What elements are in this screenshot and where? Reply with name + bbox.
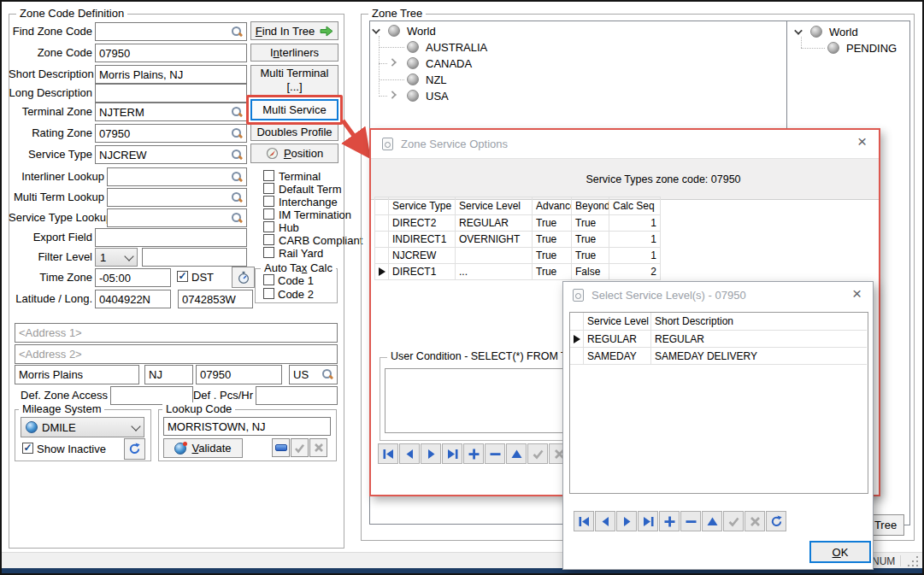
- dst-checkbox[interactable]: ✓: [177, 271, 188, 282]
- time-zone-clock-button[interactable]: [232, 267, 255, 288]
- multi-terminal-button[interactable]: Multi Terminal [...]: [250, 65, 338, 96]
- nav-cancel-button[interactable]: [744, 511, 765, 531]
- mileage-system-dropdown[interactable]: DMILE: [21, 417, 144, 437]
- dialog-titlebar[interactable]: Zone Service Options: [371, 130, 879, 158]
- search-icon[interactable]: [321, 368, 333, 380]
- interchange-checkbox[interactable]: [263, 196, 274, 207]
- ok-button[interactable]: OK: [809, 541, 871, 563]
- lookup-accept-button[interactable]: [291, 438, 309, 457]
- application-window: Zone Code Definition Find Zone Code Zone…: [0, 0, 924, 575]
- close-icon[interactable]: ×: [857, 133, 867, 150]
- table-row[interactable]: INDIRECT1 OVERNIGHT True True 1: [375, 232, 661, 248]
- interliner-lookup-input[interactable]: [107, 167, 247, 186]
- mileage-refresh-button[interactable]: [124, 438, 145, 460]
- tax-code1-checkbox[interactable]: [263, 274, 274, 285]
- nav-next-button[interactable]: [616, 511, 637, 531]
- search-icon[interactable]: [231, 171, 243, 183]
- nav-edit-button[interactable]: [702, 511, 722, 531]
- rating-zone-input[interactable]: 07950: [95, 124, 247, 143]
- interliners-button[interactable]: Interliners: [250, 44, 338, 62]
- country-input[interactable]: US: [289, 365, 338, 384]
- search-icon[interactable]: [231, 191, 243, 203]
- nav-refresh-button[interactable]: [766, 511, 786, 531]
- carb-compliant-label: CARB Compliant: [279, 234, 362, 247]
- lookup-edit-button[interactable]: [272, 438, 290, 457]
- find-in-tree-button[interactable]: Find In Tree: [250, 21, 338, 40]
- lookup-code-input[interactable]: MORRISTOWN, NJ: [163, 417, 331, 436]
- nav-last-button[interactable]: [442, 443, 462, 464]
- compass-icon: [266, 147, 279, 160]
- table-row[interactable]: SAMEDAY SAMEDAY DELIVERY: [570, 348, 868, 365]
- state-input[interactable]: NJ: [144, 365, 193, 384]
- filter-level-value-input[interactable]: [142, 248, 247, 267]
- default-term-checkbox[interactable]: [263, 183, 274, 194]
- multi-term-lookup-label: Multi Term Lookup: [9, 191, 104, 203]
- service-levels-grid-panel: Service Level Short Description REGULAR …: [569, 312, 868, 494]
- export-field-label: Export Field: [9, 231, 92, 243]
- chevron-down-icon: [131, 421, 140, 431]
- doubles-profile-button[interactable]: Doubles Profile: [250, 123, 338, 141]
- nav-delete-button[interactable]: [485, 443, 505, 464]
- lookup-cancel-button[interactable]: [309, 438, 327, 457]
- globe-validate-icon: [174, 443, 186, 455]
- nav-last-button[interactable]: [638, 511, 658, 531]
- dialog-titlebar[interactable]: Select Service Level(s) - 07950: [563, 282, 873, 308]
- nav-delete-button[interactable]: [680, 511, 701, 531]
- table-row-current[interactable]: REGULAR REGULAR: [570, 331, 868, 348]
- table-row-current[interactable]: DIRECT1 ... True False 2: [375, 264, 661, 280]
- nav-first-button[interactable]: [378, 443, 398, 464]
- filter-level-dropdown[interactable]: 1: [95, 248, 138, 267]
- city-input[interactable]: Morris Plains: [15, 365, 139, 384]
- service-type-input[interactable]: NJCREW: [95, 145, 247, 164]
- close-icon[interactable]: ×: [852, 285, 862, 302]
- short-description-input[interactable]: Morris Plains, NJ: [95, 65, 247, 84]
- address1-input[interactable]: <Address 1>: [15, 323, 338, 343]
- nav-edit-button[interactable]: [506, 443, 527, 464]
- nav-next-button[interactable]: [421, 443, 441, 464]
- nav-insert-button[interactable]: [659, 511, 680, 531]
- show-inactive-checkbox[interactable]: ✓: [22, 443, 33, 454]
- resize-grip[interactable]: [908, 556, 919, 567]
- window-icon: [573, 289, 584, 302]
- search-icon[interactable]: [231, 106, 243, 118]
- nav-prior-button[interactable]: [595, 511, 615, 531]
- nav-post-button[interactable]: [527, 443, 548, 464]
- check-icon: [294, 443, 305, 454]
- tax-code2-checkbox[interactable]: [263, 288, 274, 299]
- export-field-input[interactable]: [95, 228, 247, 247]
- latitude-long-label: Latitude / Long.: [9, 292, 92, 305]
- search-icon[interactable]: [231, 127, 243, 139]
- validate-button[interactable]: Validate: [163, 438, 243, 458]
- search-icon[interactable]: [231, 149, 243, 161]
- multi-term-lookup-input[interactable]: [107, 188, 247, 207]
- carb-compliant-checkbox[interactable]: [263, 234, 274, 245]
- rail-yard-checkbox[interactable]: [263, 247, 274, 258]
- position-button[interactable]: Position: [250, 144, 338, 163]
- search-icon[interactable]: [231, 26, 243, 38]
- find-zone-code-input[interactable]: [95, 22, 247, 41]
- latitude-input[interactable]: 0404922N: [95, 290, 171, 308]
- address2-input[interactable]: <Address 2>: [15, 344, 338, 364]
- im-termination-checkbox[interactable]: [263, 208, 274, 220]
- current-row-marker-icon: [574, 335, 580, 343]
- def-pcs-hr-label: Def . Pcs/Hr: [188, 389, 253, 402]
- def-pcs-hr-input[interactable]: [256, 386, 338, 405]
- nav-insert-button[interactable]: [463, 443, 484, 464]
- hub-checkbox[interactable]: [263, 221, 274, 232]
- longitude-input[interactable]: 0742853W: [178, 290, 253, 308]
- search-icon[interactable]: [231, 212, 243, 224]
- terminal-zone-label: Terminal Zone: [9, 105, 92, 118]
- zip-input[interactable]: 07950: [196, 365, 282, 384]
- nav-prior-button[interactable]: [399, 443, 420, 464]
- time-zone-input[interactable]: -05:00: [95, 268, 171, 287]
- terminal-checkbox[interactable]: [263, 170, 274, 181]
- nav-post-button[interactable]: [723, 511, 744, 531]
- zone-code-input[interactable]: 07950: [95, 44, 247, 62]
- nav-first-button[interactable]: [574, 511, 594, 531]
- long-description-input[interactable]: [95, 84, 247, 103]
- globe-node-icon: [827, 42, 839, 54]
- terminal-zone-input[interactable]: NJTERM: [95, 103, 247, 121]
- table-row[interactable]: DIRECT2 REGULAR True True 1: [375, 215, 661, 232]
- table-row[interactable]: NJCREW True True 1: [375, 248, 661, 264]
- service-type-lookup-input[interactable]: [107, 208, 247, 227]
